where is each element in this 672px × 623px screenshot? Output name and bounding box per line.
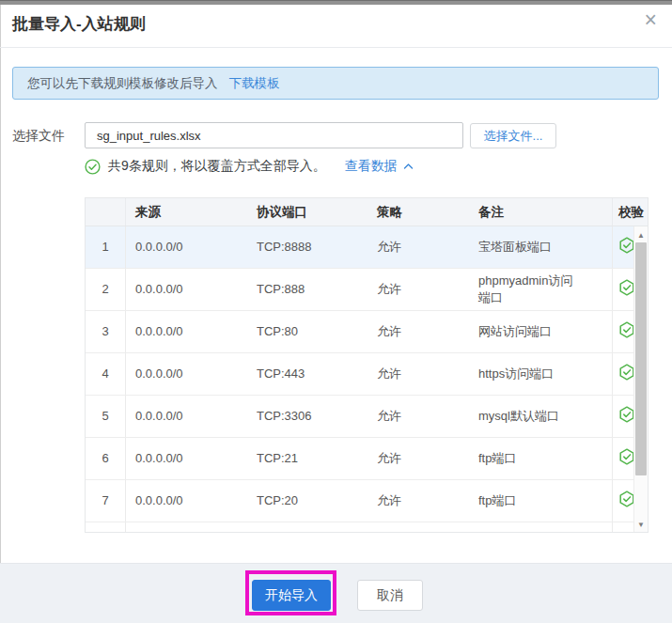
row-number-cell: 3 [86, 311, 126, 352]
policy-cell: 允许 [369, 450, 475, 467]
table-row[interactable]: 50.0.0.0/0TCP:3306允许mysql默认端口 [86, 396, 648, 438]
close-icon[interactable]: × [645, 9, 657, 31]
chevron-up-icon[interactable] [403, 163, 414, 170]
info-banner: 您可以先下载规则模板修改后导入 下载模板 [12, 67, 659, 100]
column-header: 校验 [612, 198, 648, 226]
file-name-input[interactable] [85, 122, 463, 148]
row-number-cell: 1 [86, 226, 126, 268]
file-picker-label: 选择文件 [12, 128, 65, 145]
policy-cell: 允许 [369, 323, 475, 340]
batch-import-dialog: 批量导入-入站规则 × 您可以先下载规则模板修改后导入 下载模板 选择文件 选择… [0, 0, 672, 623]
table-row[interactable]: 80.0.0.0/0TCP:39000-40000允许ftp端口 [86, 522, 648, 533]
success-circle-check-icon [85, 159, 101, 175]
cancel-button[interactable]: 取消 [357, 580, 423, 611]
table-header-row: 来源协议端口策略备注校验 [86, 198, 648, 226]
dialog-title: 批量导入-入站规则 [12, 13, 146, 35]
banner-text: 您可以先下载规则模板修改后导入 [27, 75, 218, 92]
import-notice: 共9条规则，将以覆盖方式全部导入。 查看数据 [85, 157, 414, 176]
table-scrollbar[interactable]: ▲ ▼ [633, 226, 648, 533]
row-number-cell: 4 [86, 353, 126, 395]
source-cell: 0.0.0.0/0 [126, 450, 251, 467]
scroll-thumb[interactable] [635, 242, 647, 475]
row-number-cell: 5 [86, 396, 126, 437]
row-number-cell: 8 [86, 522, 126, 533]
notice-text: 共9条规则，将以覆盖方式全部导入。 [108, 158, 326, 175]
table-row[interactable]: 10.0.0.0/0TCP:8888允许宝塔面板端口 [86, 226, 648, 269]
policy-cell: 允许 [369, 366, 475, 382]
protocol-port-cell: TCP:3306 [251, 408, 369, 425]
column-header [86, 198, 126, 226]
start-import-button[interactable]: 开始导入 [252, 580, 331, 611]
header-divider [0, 47, 672, 48]
source-cell: 0.0.0.0/0 [126, 323, 251, 340]
remark-cell: ftp端口 [475, 492, 612, 509]
row-number-cell: 7 [86, 480, 126, 522]
remark-cell: ftp端口 [475, 450, 612, 467]
remark-cell: https访问端口 [475, 366, 612, 382]
table-row[interactable]: 60.0.0.0/0TCP:21允许ftp端口 [86, 438, 648, 480]
valid-hexagon-check-icon [618, 533, 635, 534]
source-cell: 0.0.0.0/0 [126, 281, 251, 298]
table-row[interactable]: 20.0.0.0/0TCP:888允许phpmyadmin访问端口 [86, 269, 648, 311]
table-body: 10.0.0.0/0TCP:8888允许宝塔面板端口20.0.0.0/0TCP:… [86, 226, 648, 533]
remark-cell: mysql默认端口 [475, 408, 612, 425]
dialog-footer [0, 563, 672, 623]
column-header: 备注 [475, 204, 612, 221]
scroll-down-arrow-icon[interactable]: ▼ [634, 518, 648, 531]
table-row[interactable]: 30.0.0.0/0TCP:80允许网站访问端口 [86, 311, 648, 353]
protocol-port-cell: TCP:20 [251, 492, 369, 509]
rules-table: 来源协议端口策略备注校验 10.0.0.0/0TCP:8888允许宝塔面板端口2… [85, 197, 649, 533]
column-header: 策略 [369, 204, 475, 221]
protocol-port-cell: TCP:443 [251, 366, 369, 382]
remark-cell: 网站访问端口 [475, 323, 612, 340]
row-number-cell: 2 [86, 269, 126, 310]
protocol-port-cell: TCP:21 [251, 450, 369, 467]
remark-cell: phpmyadmin访问端口 [475, 273, 612, 306]
source-cell: 0.0.0.0/0 [126, 366, 251, 382]
source-cell: 0.0.0.0/0 [126, 408, 251, 425]
column-header: 来源 [126, 204, 251, 221]
protocol-port-cell: TCP:888 [251, 281, 369, 298]
source-cell: 0.0.0.0/0 [126, 239, 251, 256]
policy-cell: 允许 [369, 239, 475, 256]
policy-cell: 允许 [369, 408, 475, 425]
protocol-port-cell: TCP:8888 [251, 239, 369, 256]
choose-file-button[interactable]: 选择文件... [470, 123, 556, 148]
download-template-link[interactable]: 下载模板 [229, 75, 280, 92]
column-header: 协议端口 [251, 204, 369, 221]
window-top-edge [0, 0, 672, 5]
protocol-port-cell: TCP:80 [251, 323, 369, 340]
table-row[interactable]: 40.0.0.0/0TCP:443允许https访问端口 [86, 353, 648, 396]
remark-cell: 宝塔面板端口 [475, 239, 612, 256]
row-number-cell: 6 [86, 438, 126, 479]
table-row[interactable]: 70.0.0.0/0TCP:20允许ftp端口 [86, 480, 648, 522]
policy-cell: 允许 [369, 281, 475, 298]
policy-cell: 允许 [369, 492, 475, 509]
source-cell: 0.0.0.0/0 [126, 492, 251, 509]
view-data-link[interactable]: 查看数据 [345, 158, 398, 175]
scroll-up-arrow-icon[interactable]: ▲ [634, 228, 648, 241]
